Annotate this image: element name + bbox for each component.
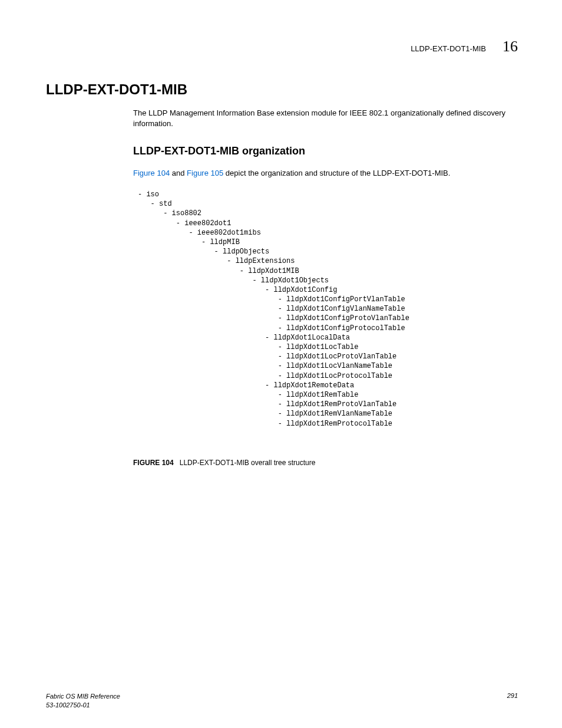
figure-caption: FIGURE 104 LLDP-EXT-DOT1-MIB overall tre…: [133, 459, 315, 467]
figure-105-link[interactable]: Figure 105: [187, 169, 223, 177]
page-footer: Fabric OS MIB Reference 53-1002750-01 29…: [46, 692, 518, 709]
figure-label: FIGURE 104: [133, 459, 174, 467]
mib-tree-structure: - iso - std - iso8802 - ieee802dot1 - ie…: [138, 190, 409, 429]
footer-doc-number: 53-1002750-01: [46, 701, 518, 709]
intro-paragraph: The LLDP Management Information Base ext…: [133, 108, 517, 129]
figure-104-link[interactable]: Figure 104: [133, 169, 170, 177]
page-header: LLDP-EXT-DOT1-MIB 16: [411, 38, 518, 55]
footer-page-number: 291: [507, 692, 518, 699]
main-heading: LLDP-EXT-DOT1-MIB: [46, 81, 187, 98]
header-title: LLDP-EXT-DOT1-MIB: [411, 44, 486, 53]
footer-doc-title: Fabric OS MIB Reference: [46, 692, 518, 700]
depict-mid: and: [170, 169, 187, 177]
sub-heading: LLDP-EXT-DOT1-MIB organization: [133, 145, 305, 157]
depict-suffix: depict the organization and structure of…: [223, 169, 450, 177]
chapter-number: 16: [503, 38, 518, 55]
footer-left: Fabric OS MIB Reference 53-1002750-01: [46, 692, 518, 709]
figure-caption-text: LLDP-EXT-DOT1-MIB overall tree structure: [180, 459, 316, 467]
depict-paragraph: Figure 104 and Figure 105 depict the org…: [133, 169, 450, 177]
